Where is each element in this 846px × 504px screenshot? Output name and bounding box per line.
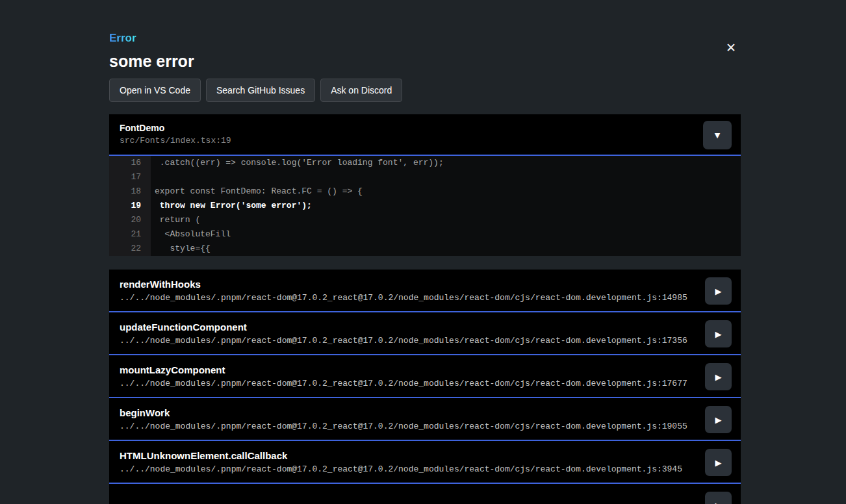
open-in-vscode-button[interactable]: Open in VS Code bbox=[109, 79, 201, 102]
stack-trace-list: renderWithHooks ../../node_modules/.pnpm… bbox=[109, 270, 741, 504]
expand-frame-button[interactable]: ▶ bbox=[705, 320, 732, 347]
line-code: style={{ bbox=[151, 242, 741, 256]
error-title: some error bbox=[109, 52, 741, 71]
code-line: 22 style={{ bbox=[109, 242, 741, 256]
play-icon: ▶ bbox=[715, 416, 722, 424]
stack-frame-mountlazycomponent: mountLazyComponent ../../node_modules/.p… bbox=[109, 355, 741, 398]
frame-name: mountLazyComponent bbox=[120, 364, 695, 375]
line-number: 21 bbox=[109, 227, 151, 242]
search-github-issues-button[interactable]: Search GitHub Issues bbox=[206, 79, 315, 102]
ask-on-discord-button[interactable]: Ask on Discord bbox=[320, 79, 402, 102]
code-line-highlighted: 19 throw new Error('some error'); bbox=[109, 199, 741, 213]
code-line: 18export const FontDemo: React.FC = () =… bbox=[109, 184, 741, 199]
code-line: 20 return ( bbox=[109, 213, 741, 227]
line-code: export const FontDemo: React.FC = () => … bbox=[151, 184, 741, 199]
frame-path: ../../node_modules/.pnpm/react-dom@17.0.… bbox=[120, 464, 695, 474]
error-content: Error some error Open in VS Code Search … bbox=[109, 32, 741, 504]
line-number: 22 bbox=[109, 242, 151, 256]
frame-name: HTMLUnknownElement.callCallback bbox=[120, 450, 695, 461]
stack-frame-htmlunknownelement-callcallback: HTMLUnknownElement.callCallback ../../no… bbox=[109, 441, 741, 484]
frame-path: ../../node_modules/.pnpm/react-dom@17.0.… bbox=[120, 293, 695, 303]
chevron-down-icon: ▼ bbox=[715, 132, 720, 139]
line-code: throw new Error('some error'); bbox=[151, 199, 741, 213]
frame-path: ../../node_modules/.pnpm/react-dom@17.0.… bbox=[120, 379, 695, 388]
play-icon: ▶ bbox=[715, 287, 722, 296]
frame-name: beginWork bbox=[120, 407, 695, 418]
frame-name: renderWithHooks bbox=[120, 279, 695, 290]
play-icon: ▶ bbox=[715, 501, 722, 504]
error-kicker: Error bbox=[109, 32, 136, 45]
play-icon: ▶ bbox=[715, 373, 722, 381]
line-number: 17 bbox=[109, 170, 151, 184]
frame-path: ../../node_modules/.pnpm/react-dom@17.0.… bbox=[120, 422, 695, 431]
code-frame-title: FontDemo bbox=[120, 123, 741, 134]
line-number: 18 bbox=[109, 184, 151, 199]
stack-frame-beginwork: beginWork ../../node_modules/.pnpm/react… bbox=[109, 398, 741, 441]
expand-frame-button[interactable]: ▶ bbox=[705, 492, 732, 504]
play-icon: ▶ bbox=[715, 330, 722, 338]
collapse-code-button[interactable]: ▼ bbox=[703, 121, 732, 149]
frame-name: updateFunctionComponent bbox=[120, 321, 695, 333]
code-line: 21 <AbsoluteFill bbox=[109, 227, 741, 242]
stack-frame-renderwithhooks: renderWithHooks ../../node_modules/.pnpm… bbox=[109, 270, 741, 312]
play-icon: ▶ bbox=[715, 459, 722, 467]
line-number: 20 bbox=[109, 213, 151, 227]
action-buttons: Open in VS Code Search GitHub Issues Ask… bbox=[109, 79, 741, 102]
stack-frame-partial: ▶ bbox=[109, 484, 741, 504]
line-number: 19 bbox=[109, 199, 151, 213]
code-line: 16 .catch((err) => console.log('Error lo… bbox=[109, 156, 741, 170]
code-frame-location: src/Fonts/index.tsx:19 bbox=[120, 136, 741, 146]
code-snippet: 16 .catch((err) => console.log('Error lo… bbox=[109, 156, 741, 256]
code-line: 17 bbox=[109, 170, 741, 184]
line-code: .catch((err) => console.log('Error loadi… bbox=[151, 156, 741, 170]
line-number: 16 bbox=[109, 156, 151, 170]
line-code: <AbsoluteFill bbox=[151, 227, 741, 242]
line-code bbox=[151, 170, 741, 184]
expand-frame-button[interactable]: ▶ bbox=[705, 363, 732, 390]
frame-path: ../../node_modules/.pnpm/react-dom@17.0.… bbox=[120, 336, 695, 346]
line-code: return ( bbox=[151, 213, 741, 227]
code-frame-card: FontDemo src/Fonts/index.tsx:19 ▼ 16 .ca… bbox=[109, 114, 741, 256]
stack-frame-updatefunctioncomponent: updateFunctionComponent ../../node_modul… bbox=[109, 312, 741, 355]
expand-frame-button[interactable]: ▶ bbox=[705, 406, 732, 433]
expand-frame-button[interactable]: ▶ bbox=[705, 277, 732, 305]
expand-frame-button[interactable]: ▶ bbox=[705, 449, 732, 476]
code-frame-header: FontDemo src/Fonts/index.tsx:19 ▼ bbox=[109, 114, 741, 156]
